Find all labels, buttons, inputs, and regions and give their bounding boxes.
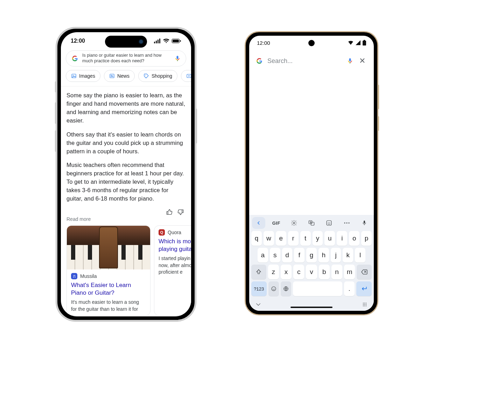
svg-point-20 [344,223,345,224]
svg-point-18 [328,222,329,223]
key-v[interactable]: v [306,265,317,279]
search-query: Is piano or guitar easier to learn and h… [82,53,170,64]
key-c[interactable]: c [293,265,304,279]
shift-key[interactable] [251,265,266,279]
key-q[interactable]: q [251,231,262,246]
kb-more-icon[interactable] [340,217,354,229]
svg-point-36 [366,306,366,306]
key-w[interactable]: w [264,231,274,246]
key-m[interactable]: m [344,265,355,279]
result-cards: ⎍ Mussila What's Easier to Learn Piano o… [61,225,191,316]
mic-icon[interactable] [346,57,354,64]
key-j[interactable]: j [331,248,341,262]
key-i[interactable]: i [337,231,347,246]
android-device: 12:00 Search... ✕ GIF [245,31,378,315]
cell-signal-icon [154,38,161,43]
quora-icon: Q [159,229,165,236]
key-b[interactable]: b [319,265,330,279]
android-power [378,116,379,131]
iphone-ring-switch [55,81,57,92]
chip-images[interactable]: Images [66,70,100,82]
svg-rect-17 [327,220,332,225]
kb-mic-icon[interactable] [358,217,371,229]
backspace-key[interactable] [357,265,372,279]
space-key[interactable] [293,281,342,296]
answer-p1: Some say the piano is easier to learn, a… [66,91,186,125]
key-z[interactable]: z [268,265,279,279]
key-h[interactable]: h [318,248,329,262]
key-d[interactable]: d [282,248,293,262]
kb-collapse-icon[interactable] [255,302,261,307]
search-placeholder: Search... [267,57,342,65]
key-r[interactable]: r [288,231,299,246]
chip-videos[interactable]: Vide [181,70,191,82]
key-e[interactable]: e [276,231,286,246]
key-u[interactable]: u [324,231,335,246]
kb-row4: ?123 . [251,281,372,296]
kb-settings-icon[interactable] [287,217,301,229]
images-icon [71,73,77,79]
kb-sticker-icon[interactable] [322,217,336,229]
svg-point-33 [366,304,366,305]
key-s[interactable]: s [270,248,280,262]
svg-point-30 [366,303,366,303]
key-y[interactable]: y [313,231,323,246]
result-card[interactable]: ⎍ Mussila What's Easier to Learn Piano o… [66,225,150,316]
kb-row1: qwertyuiop [251,231,372,246]
battery-icon [172,38,181,43]
status-time: 12:00 [257,40,270,46]
read-more-link[interactable]: Read more [61,216,191,225]
key-p[interactable]: p [361,231,372,246]
symbols-key[interactable]: ?123 [251,281,267,296]
key-k[interactable]: k [343,248,353,262]
kb-gif-button[interactable]: GIF [270,217,283,229]
card-source: Mussila [80,273,97,279]
kb-translate-icon[interactable] [305,217,318,229]
svg-rect-6 [180,40,181,42]
google-logo-icon [255,57,263,65]
answer-p2: Others say that it's easier to learn cho… [66,131,186,156]
kb-back-icon[interactable] [252,217,265,229]
chip-shopping[interactable]: Shopping [138,70,177,82]
key-l[interactable]: l [355,248,365,262]
svg-rect-13 [364,40,365,41]
divider [61,86,191,86]
iphone-vol-up [55,102,57,124]
thumbs-up-icon[interactable] [166,209,173,216]
svg-point-29 [364,303,365,303]
key-n[interactable]: n [331,265,342,279]
key-o[interactable]: o [349,231,359,246]
svg-rect-12 [363,41,366,46]
thumbs-down-icon[interactable] [177,209,184,216]
key-a[interactable]: a [258,248,268,262]
svg-point-31 [363,304,364,305]
lang-key[interactable] [281,281,291,296]
home-bar[interactable] [290,307,332,308]
key-x[interactable]: x [281,265,292,279]
close-icon[interactable]: ✕ [358,56,367,65]
key-g[interactable]: g [306,248,317,262]
video-icon [186,73,191,79]
result-card[interactable]: Q Quora Which is more playing piano play… [154,225,191,316]
svg-point-25 [273,288,273,288]
iphone-device: 12:00 Is piano or guitar easier to learn… [56,27,196,321]
status-time: 12:00 [71,38,85,44]
key-f[interactable]: f [294,248,304,262]
enter-key[interactable] [356,281,372,296]
period-key[interactable]: . [344,281,355,296]
svg-point-34 [363,306,364,306]
svg-rect-23 [364,220,365,223]
ai-answer: Some say the piano is easier to learn, a… [61,89,191,216]
kb-grid-icon[interactable] [362,302,368,307]
mic-icon[interactable] [174,55,181,62]
svg-rect-2 [158,40,159,43]
chip-news[interactable]: News [104,70,135,82]
key-t[interactable]: t [300,231,311,246]
filter-chips: Images News Shopping Vide [61,70,191,86]
card-source: Quora [168,230,181,235]
svg-rect-1 [156,41,157,43]
search-bar[interactable]: Is piano or guitar easier to learn and h… [66,50,186,66]
emoji-key[interactable] [268,281,279,296]
search-bar[interactable]: Search... ✕ [254,53,369,69]
svg-point-14 [293,222,295,224]
